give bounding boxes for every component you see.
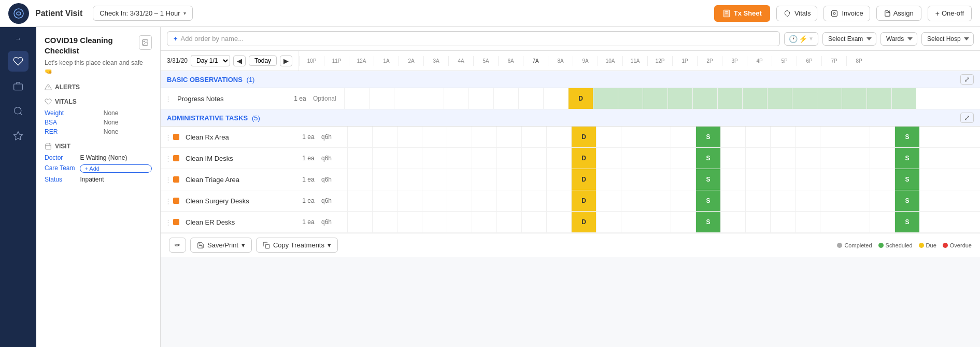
- legend-scheduled: Scheduled: [878, 242, 913, 248]
- timeline-cell: [817, 88, 842, 109]
- filter-icon: ⚡: [799, 35, 807, 43]
- timeline-cell: [447, 127, 472, 147]
- timeline-cell: [845, 190, 870, 211]
- admin-tasks-collapse-btn[interactable]: ⤢: [960, 113, 974, 123]
- timeline-cell: [521, 127, 546, 147]
- drag-handle[interactable]: ⋮: [161, 176, 173, 184]
- day-select[interactable]: Day 1/1: [191, 55, 230, 66]
- select-exam-dropdown[interactable]: Select Exam: [822, 32, 876, 46]
- timeline-cell: 11P: [324, 56, 349, 66]
- wards-dropdown[interactable]: Wards: [880, 32, 917, 46]
- timeline-cell: [447, 148, 472, 169]
- task-name: Clean ER Desks: [181, 215, 295, 229]
- timeline-cell: S: [894, 190, 919, 211]
- pencil-icon: ✏: [175, 241, 180, 249]
- timeline-cell: S: [695, 148, 720, 169]
- drag-handle[interactable]: ⋮: [161, 133, 173, 141]
- timeline-cell: [845, 148, 870, 169]
- sidebar-item-pin[interactable]: [8, 126, 29, 146]
- drag-handle[interactable]: ⋮: [161, 218, 173, 226]
- timeline-cell: [546, 148, 571, 169]
- timeline-cell: 2P: [697, 56, 722, 66]
- drag-handle[interactable]: ⋮: [161, 197, 173, 205]
- tx-sheet-label: Tx Sheet: [734, 9, 762, 17]
- oneoff-button[interactable]: + One-off: [928, 6, 972, 21]
- timeline-cell: [468, 88, 493, 109]
- svg-rect-2: [725, 11, 728, 12]
- tx-sheet-button[interactable]: Tx Sheet: [714, 5, 770, 22]
- basic-obs-count: (1): [247, 76, 255, 84]
- top-nav: Patient Visit Check In: 3/31/20 – 1 Hour…: [0, 0, 980, 27]
- sidebar-item-briefcase[interactable]: [8, 76, 29, 96]
- timeline-cell: [496, 169, 521, 190]
- timeline-cell: [795, 190, 820, 211]
- sidebar-item-search[interactable]: [8, 101, 29, 121]
- timeline-cell: [646, 190, 671, 211]
- admin-tasks-count: (5): [252, 114, 260, 122]
- status-key: Status: [45, 176, 75, 183]
- assign-button[interactable]: Assign: [876, 6, 921, 21]
- timeline-cell: [347, 169, 372, 190]
- add-order-input[interactable]: + Add order by name...: [167, 31, 780, 46]
- timeline-cell: [372, 148, 397, 169]
- vitals-label: VITALS: [55, 98, 77, 105]
- visit-label: VISIT: [55, 143, 70, 150]
- drag-handle[interactable]: ⋮: [161, 155, 173, 162]
- timeline-cell: [372, 212, 397, 232]
- weight-label[interactable]: Weight: [45, 109, 97, 117]
- timeline-cell: [745, 148, 770, 169]
- legend: Completed Scheduled Due Overdue: [837, 242, 972, 248]
- timeline-cell: [621, 169, 646, 190]
- edit-button[interactable]: ✏: [169, 238, 186, 253]
- timeline-cell: [397, 169, 422, 190]
- svg-point-0: [14, 9, 23, 18]
- svg-rect-3: [725, 12, 728, 13]
- save-print-button[interactable]: Save/Print ▾: [190, 238, 252, 253]
- bsa-label[interactable]: BSA: [45, 119, 97, 126]
- timeline-cell: [447, 190, 472, 211]
- svg-point-7: [15, 107, 21, 114]
- timeline-cell: D: [571, 127, 596, 147]
- task-qty: 1 ea: [295, 155, 321, 162]
- patient-image-button[interactable]: [139, 35, 152, 50]
- timeline-cell: [422, 190, 447, 211]
- timeline-cell: [795, 127, 820, 147]
- page-title: Patient Visit: [35, 9, 82, 18]
- copy-treatments-button[interactable]: Copy Treatments ▾: [256, 238, 338, 253]
- basic-obs-collapse-btn[interactable]: ⤢: [960, 74, 974, 85]
- drag-handle[interactable]: ⋮: [161, 95, 173, 103]
- invoice-button[interactable]: Invoice: [823, 6, 870, 21]
- add-care-team-button[interactable]: + Add: [80, 164, 152, 173]
- vitals-button[interactable]: Vitals: [776, 6, 818, 21]
- timeline-cell: S: [695, 212, 720, 232]
- timeline-cell: [795, 148, 820, 169]
- task-freq: q6h: [321, 176, 347, 183]
- today-button[interactable]: Today: [249, 55, 277, 66]
- next-day-button[interactable]: ▶: [280, 55, 292, 66]
- timeline-cell: D: [571, 169, 596, 190]
- task-timeline-4: DSS: [347, 212, 980, 232]
- task-qty: 1 ea: [287, 95, 313, 102]
- select-hosp-dropdown[interactable]: Select Hosp: [921, 32, 974, 46]
- alerts-header: ALERTS: [45, 84, 152, 91]
- rer-label[interactable]: RER: [45, 128, 97, 135]
- svg-rect-6: [14, 84, 23, 90]
- sidebar-collapse-btn[interactable]: →: [12, 32, 24, 45]
- timeline-cell: [546, 190, 571, 211]
- patient-panel: COVID19 Cleaning Checklist Let's keep th…: [36, 27, 161, 347]
- add-order-placeholder: Add order by name...: [181, 35, 244, 43]
- checkin-button[interactable]: Check In: 3/31/20 – 1 Hour ▾: [93, 6, 192, 21]
- timeline-cell: [347, 127, 372, 147]
- basic-observations-header: BASIC OBSERVATIONS (1) ⤢: [161, 71, 980, 88]
- timeline-cell: [521, 190, 546, 211]
- timeline-cell: [671, 190, 695, 211]
- task-freq: q6h: [321, 197, 347, 204]
- timeline-cell: [596, 148, 621, 169]
- timeline-cell: [422, 169, 447, 190]
- timeline-cell: [671, 127, 695, 147]
- sidebar-item-heart[interactable]: [8, 51, 29, 72]
- timeline-cell: [646, 127, 671, 147]
- prev-day-button[interactable]: ◀: [233, 55, 246, 66]
- visit-grid: Doctor E Waiting (None) Care Team + Add …: [45, 154, 152, 183]
- copy-treatments-label: Copy Treatments: [273, 241, 324, 249]
